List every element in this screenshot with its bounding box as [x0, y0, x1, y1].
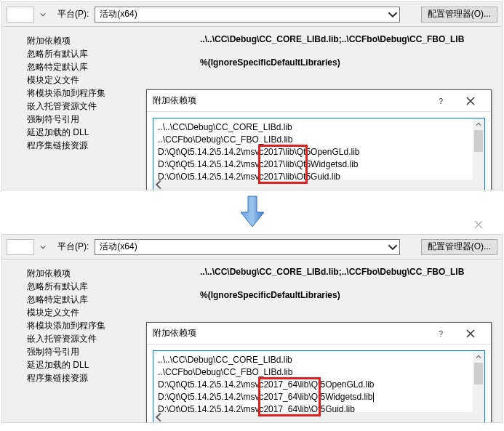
horizontal-scrollbar[interactable] — [153, 412, 473, 422]
scroll-thumb[interactable] — [474, 130, 483, 152]
chevron-down-icon — [388, 9, 398, 20]
dialog-title: 附加依赖项 — [153, 94, 427, 107]
text-line: D:\Qt\Qt5.14.2\5.14.2\msvc2017_64\lib\Qt… — [158, 391, 470, 403]
deps-textarea[interactable]: ..\..\CC\Debug\CC_CORE_LIBd.lib ..\CCFbo… — [153, 118, 485, 190]
dialog-title: 附加依赖项 — [153, 327, 427, 339]
config-selector[interactable] — [7, 239, 34, 255]
svg-text:?: ? — [439, 329, 443, 338]
dialog-titlebar[interactable]: 附加依赖项 ? — [147, 323, 491, 345]
scroll-up-icon[interactable] — [473, 351, 484, 363]
chevron-down-icon[interactable] — [37, 239, 49, 255]
platform-value: 活动(x64) — [100, 8, 137, 20]
ignore-specific-value[interactable]: %(IgnoreSpecificDefaultLibraries) — [200, 57, 495, 68]
dialog-titlebar[interactable]: 附加依赖项 ? — [147, 90, 491, 112]
platform-select[interactable]: 活动(x64) — [95, 7, 400, 23]
config-manager-label: 配置管理器(O)... — [428, 8, 491, 20]
close-button[interactable] — [456, 91, 485, 111]
chevron-down-icon — [388, 242, 398, 252]
outer-close-icon[interactable] — [462, 215, 495, 234]
scroll-thumb[interactable] — [474, 363, 483, 384]
text-cursor — [373, 392, 374, 402]
prop-ignore-specific-default[interactable]: 忽略特定默认库 — [27, 293, 200, 306]
text-line: D:\Qt\Qt5.14.2\5.14.2\msvc2017\lib\Qt5Wi… — [158, 158, 470, 171]
prop-ignore-all-default[interactable]: 忽略所有默认库 — [27, 280, 200, 293]
additional-deps-dialog: 附加依赖项 ? ..\..\CC\Debug\CC_CORE_LIBd.lib … — [146, 89, 492, 190]
help-button[interactable]: ? — [427, 323, 456, 344]
prop-additional-deps[interactable]: 附加依赖项 — [27, 267, 200, 280]
text-line: ..\CCFbo\Debug\CC_FBO_LIBd.lib — [158, 134, 470, 146]
vertical-scrollbar[interactable] — [473, 118, 484, 190]
vertical-scrollbar[interactable] — [473, 351, 484, 422]
prop-module-def-file[interactable]: 模块定义文件 — [27, 73, 200, 86]
property-values: ..\..\CC\Debug\CC_CORE_LIBd.lib;..\CCFbo… — [200, 30, 495, 68]
chevron-down-icon[interactable] — [37, 7, 49, 23]
platform-label: 平台(P): — [57, 8, 89, 20]
close-button[interactable] — [456, 323, 485, 344]
text-line: D:\Qt\Qt5.14.2\5.14.2\msvc2017_64\lib\Qt… — [158, 379, 470, 391]
horizontal-scrollbar[interactable] — [153, 180, 473, 190]
additional-deps-dialog: 附加依赖项 ? ..\..\CC\Debug\CC_CORE_LIBd.lib … — [146, 322, 492, 423]
scroll-left-icon[interactable] — [153, 412, 164, 422]
prop-ignore-specific-default[interactable]: 忽略特定默认库 — [27, 60, 200, 73]
scroll-left-icon[interactable] — [153, 180, 164, 190]
toolbar: 平台(P): 活动(x64) 配置管理器(O)... — [2, 235, 502, 259]
platform-value: 活动(x64) — [100, 241, 137, 253]
text-line: ..\CCFbo\Debug\CC_FBO_LIBd.lib — [158, 366, 470, 379]
help-button[interactable]: ? — [427, 91, 456, 111]
svg-text:?: ? — [439, 97, 443, 105]
text-line: ..\..\CC\Debug\CC_CORE_LIBd.lib — [158, 354, 470, 366]
prop-additional-deps[interactable]: 附加依赖项 — [27, 34, 200, 47]
arrow-down-icon — [0, 190, 504, 234]
property-panel-after: 平台(P): 活动(x64) 配置管理器(O)... 附加依赖项 忽略所有默认库… — [1, 234, 503, 423]
config-manager-button[interactable]: 配置管理器(O)... — [421, 7, 497, 23]
additional-deps-value[interactable]: ..\..\CC\Debug\CC_CORE_LIBd.lib;..\CCFbo… — [200, 267, 495, 277]
deps-textarea[interactable]: ..\..\CC\Debug\CC_CORE_LIBd.lib ..\CCFbo… — [153, 350, 485, 423]
scroll-up-icon[interactable] — [473, 118, 484, 130]
prop-ignore-all-default[interactable]: 忽略所有默认库 — [27, 47, 200, 60]
prop-module-def-file[interactable]: 模块定义文件 — [27, 306, 200, 319]
additional-deps-value[interactable]: ..\..\CC\Debug\CC_CORE_LIBd.lib;..\CCFbo… — [200, 34, 495, 44]
config-selector[interactable] — [7, 7, 34, 23]
platform-label: 平台(P): — [57, 241, 89, 253]
ignore-specific-value[interactable]: %(IgnoreSpecificDefaultLibraries) — [200, 290, 495, 300]
config-manager-label: 配置管理器(O)... — [428, 241, 491, 253]
text-line: ..\..\CC\Debug\CC_CORE_LIBd.lib — [158, 121, 470, 134]
config-manager-button[interactable]: 配置管理器(O)... — [421, 239, 497, 255]
toolbar: 平台(P): 活动(x64) 配置管理器(O)... — [2, 2, 502, 27]
property-panel-before: 平台(P): 活动(x64) 配置管理器(O)... 附加依赖项 忽略所有默认库… — [1, 1, 503, 190]
platform-select[interactable]: 活动(x64) — [95, 239, 400, 255]
text-line: D:\Qt\Qt5.14.2\5.14.2\msvc2017\lib\Qt5Op… — [158, 146, 470, 158]
property-values: ..\..\CC\Debug\CC_CORE_LIBd.lib;..\CCFbo… — [200, 262, 495, 300]
